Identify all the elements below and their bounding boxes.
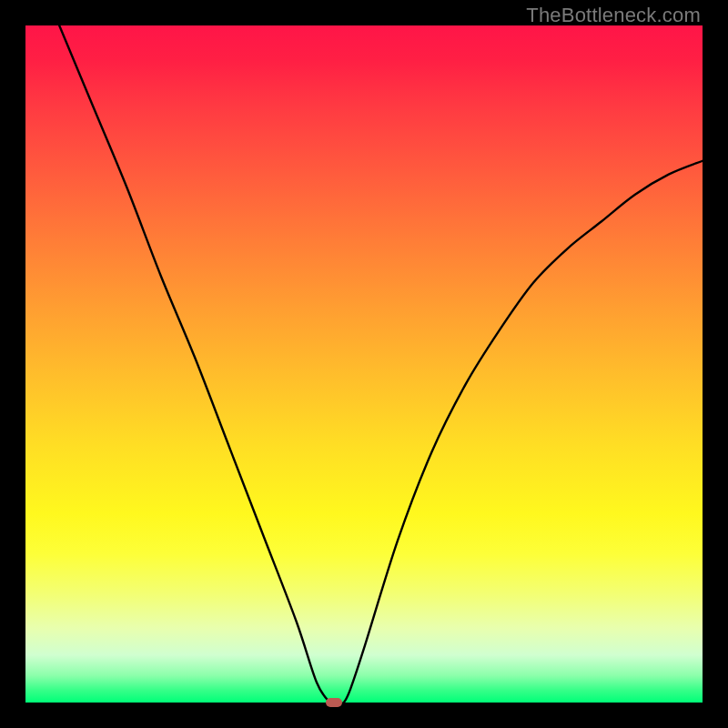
watermark-text: TheBottleneck.com [526,4,701,27]
chart-frame: TheBottleneck.com [0,0,728,728]
minimum-marker [326,698,342,707]
curve-svg [25,25,703,703]
plot-area [25,25,703,703]
bottleneck-curve-path [59,25,703,703]
